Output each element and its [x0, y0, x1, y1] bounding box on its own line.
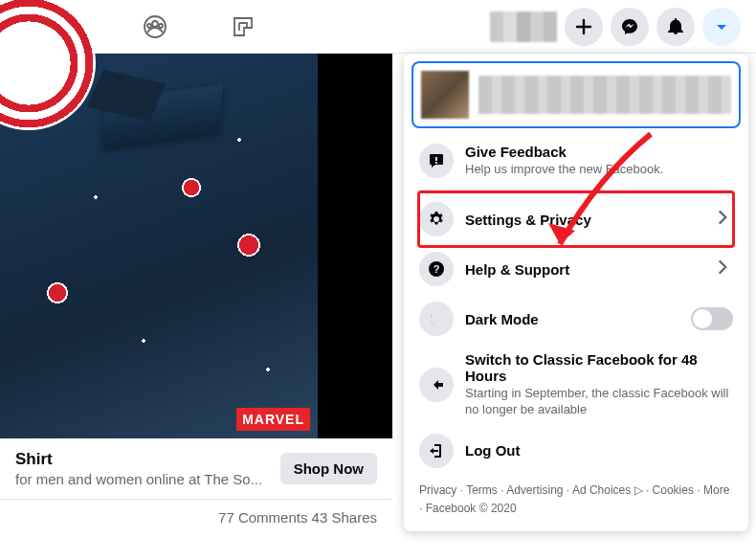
post-image[interactable]: MARVEL [0, 54, 318, 438]
post-subtitle: for men and women online at The So... [15, 471, 262, 487]
top-bar [0, 0, 756, 54]
adchoices-link[interactable]: Ad Choices ▷ [572, 483, 643, 497]
privacy-link[interactable]: Privacy [419, 483, 466, 497]
switch-sub: Starting in September, the classic Faceb… [465, 386, 733, 418]
help-icon: ? [419, 252, 454, 286]
logout-icon [419, 434, 454, 468]
chevron-right-icon [712, 207, 733, 232]
logout-label: Log Out [465, 442, 733, 459]
feedback-icon [419, 144, 454, 178]
messenger-button[interactable] [611, 8, 649, 46]
notifications-button[interactable] [656, 8, 695, 46]
switch-classic-item[interactable]: Switch to Classic Facebook for 48 Hours … [411, 344, 741, 426]
help-label: Help & Support [465, 261, 700, 278]
feed-post: MARVEL Shirt for men and women online at… [0, 54, 392, 535]
feedback-label: Give Feedback [465, 144, 733, 160]
back-arrow-icon [419, 368, 454, 402]
svg-point-2 [147, 24, 151, 28]
dark-mode-label: Dark Mode [465, 311, 679, 327]
post-footer: Shirt for men and women online at The So… [0, 438, 392, 500]
post-title: Shirt [15, 450, 262, 469]
image-letterbox [318, 54, 392, 438]
account-dropdown: Give Feedback Help us improve the new Fa… [404, 54, 748, 531]
cookies-link[interactable]: Cookies [653, 483, 703, 497]
avatar [421, 71, 469, 119]
settings-label: Settings & Privacy [465, 212, 700, 228]
copyright: Facebook © 2020 [426, 502, 517, 515]
dark-mode-toggle[interactable] [691, 307, 733, 330]
create-button[interactable] [565, 8, 603, 46]
settings-privacy-item[interactable]: Settings & Privacy [411, 194, 741, 244]
switch-label: Switch to Classic Facebook for 48 Hours [465, 351, 733, 384]
gear-icon [419, 202, 454, 236]
nav-right [490, 8, 741, 46]
feedback-sub: Help us improve the new Facebook. [465, 162, 733, 178]
chevron-right-icon [712, 257, 733, 281]
footer-links: Privacy Terms Advertising Ad Choices ▷ C… [411, 476, 741, 524]
groups-icon[interactable] [142, 13, 168, 40]
post-stats[interactable]: 77 Comments 43 Shares [0, 500, 392, 535]
profile-chip[interactable] [490, 11, 557, 42]
svg-point-3 [159, 24, 163, 28]
dark-mode-item[interactable]: Dark Mode [411, 294, 741, 344]
divider [419, 190, 733, 190]
advertising-link[interactable]: Advertising [506, 483, 572, 497]
svg-point-1 [152, 21, 158, 27]
log-out-item[interactable]: Log Out [411, 426, 741, 476]
help-support-item[interactable]: ? Help & Support [411, 244, 741, 294]
gaming-icon[interactable] [230, 13, 256, 40]
give-feedback-item[interactable]: Give Feedback Help us improve the new Fa… [411, 136, 741, 186]
account-dropdown-button[interactable] [702, 8, 741, 46]
moon-icon [419, 302, 454, 336]
terms-link[interactable]: Terms [466, 483, 506, 497]
shop-now-button[interactable]: Shop Now [280, 453, 377, 484]
svg-text:?: ? [434, 263, 440, 275]
brand-badge: MARVEL [236, 408, 310, 431]
profile-link[interactable] [411, 61, 741, 128]
profile-name [478, 76, 731, 114]
